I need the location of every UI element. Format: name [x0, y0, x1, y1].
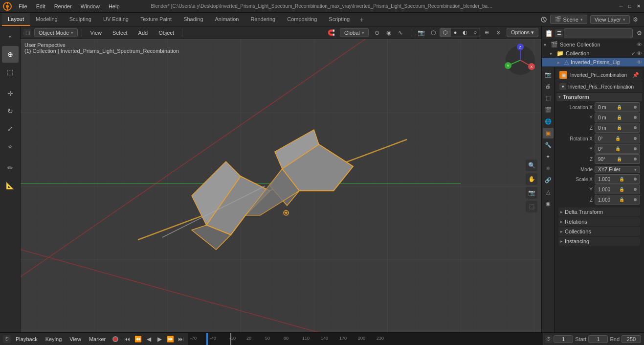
- tool-scale[interactable]: ⤢: [2, 120, 19, 137]
- tab-sculpting[interactable]: Sculpting: [64, 13, 97, 26]
- tool-measure[interactable]: 📐: [2, 177, 19, 194]
- relations-section[interactable]: ▸ Relations: [558, 217, 640, 226]
- props-data-icon[interactable]: △: [543, 186, 554, 197]
- tab-animation[interactable]: Animation: [209, 13, 245, 26]
- play-reverse-button[interactable]: ◀: [144, 334, 154, 344]
- transform-section-header[interactable]: ▾ Transform: [556, 92, 642, 101]
- props-scene-icon[interactable]: 🎬: [543, 104, 554, 115]
- tab-scripting[interactable]: Scripting: [323, 13, 355, 26]
- view-layer-selector[interactable]: View Layer ▾: [590, 15, 630, 24]
- item-eye-icon[interactable]: 👁: [637, 59, 642, 65]
- minimize-button[interactable]: ─: [618, 3, 624, 10]
- transform-selector[interactable]: Global ▾: [340, 28, 369, 37]
- filter-icon[interactable]: ⚙: [633, 16, 638, 23]
- tool-transform[interactable]: ⟡: [2, 138, 19, 155]
- ortho-view-icon[interactable]: ⬚: [526, 201, 537, 212]
- camera-view-icon[interactable]: 📷: [526, 187, 537, 199]
- tree-collection[interactable]: ▾ 📁 Collection ✓ 👁: [542, 49, 644, 58]
- outliner-filter-button[interactable]: ⚙: [634, 28, 644, 39]
- outliner-display-mode[interactable]: ☰: [555, 29, 563, 37]
- jump-start-button[interactable]: ⏮: [122, 334, 132, 344]
- location-z-field[interactable]: 0 m 🔒: [595, 123, 640, 133]
- menu-render[interactable]: Render: [50, 2, 76, 10]
- props-view-layer-icon[interactable]: ⬚: [543, 92, 554, 103]
- tree-inverted-prisms[interactable]: ▸ △ Inverted_Prisms_Lig 👁: [542, 58, 644, 67]
- record-dot[interactable]: [112, 336, 118, 342]
- start-frame-field[interactable]: 1: [588, 335, 608, 343]
- scale-y-field[interactable]: 1.000 🔒: [595, 184, 640, 194]
- overlay-icon[interactable]: ⊕: [481, 27, 492, 38]
- timeline-view-menu[interactable]: View: [67, 335, 84, 343]
- delta-transform-section[interactable]: ▸ Delta Transform: [558, 207, 640, 216]
- proportional-icon[interactable]: ◉: [383, 27, 394, 38]
- tab-modeling[interactable]: Modeling: [30, 13, 64, 26]
- tab-uv-editing[interactable]: UV Editing: [97, 13, 134, 26]
- current-frame-field[interactable]: 1: [554, 335, 573, 343]
- tool-annotate[interactable]: ✏: [2, 160, 19, 176]
- options-button[interactable]: Options ▾: [507, 28, 538, 37]
- instancing-section[interactable]: ▸ Instancing: [558, 237, 640, 246]
- material-shading[interactable]: ◐: [460, 28, 470, 37]
- zoom-in-icon[interactable]: 🔍: [526, 160, 537, 171]
- scene-selector[interactable]: 🎬 Scene ▾: [550, 15, 587, 24]
- end-frame-field[interactable]: 250: [622, 335, 641, 343]
- tool-cursor[interactable]: ⊕: [2, 46, 19, 63]
- pan-icon[interactable]: ✋: [526, 173, 537, 185]
- object-menu[interactable]: Object: [155, 29, 178, 37]
- wireframe-shading[interactable]: ⬡: [440, 28, 451, 37]
- rotation-x-field[interactable]: 0° 🔒: [595, 134, 640, 143]
- scale-z-field[interactable]: 1.000 🔒: [595, 195, 640, 205]
- props-particles-icon[interactable]: ✦: [543, 151, 554, 162]
- jump-end-button[interactable]: ⏭: [176, 334, 186, 344]
- rotation-y-field[interactable]: 0° 🔒: [595, 144, 640, 154]
- timeline-ruler[interactable]: -70 -40 -10 20 50 80 110 140 170 200 230: [188, 333, 543, 345]
- add-workspace-button[interactable]: +: [355, 13, 367, 26]
- step-back-button[interactable]: ⏪: [133, 334, 143, 344]
- scale-x-field[interactable]: 1.000 🔒: [595, 174, 640, 184]
- snap2-icon[interactable]: ∿: [395, 27, 406, 38]
- menu-edit[interactable]: Edit: [32, 2, 49, 10]
- vis-eye-icon[interactable]: 👁: [637, 42, 642, 47]
- tab-compositing[interactable]: Compositing: [281, 13, 323, 26]
- tab-texture-paint[interactable]: Texture Paint: [134, 13, 178, 26]
- pivot-icon[interactable]: ⊙: [372, 27, 382, 38]
- props-material-icon[interactable]: ◉: [543, 198, 554, 209]
- select-menu[interactable]: Select: [109, 29, 132, 37]
- step-forward-button[interactable]: ⏩: [165, 334, 175, 344]
- menu-help[interactable]: Help: [105, 2, 124, 10]
- props-render-icon[interactable]: 📷: [543, 69, 554, 80]
- location-y-field[interactable]: 0 m 🔒: [595, 113, 640, 122]
- menu-file[interactable]: File: [15, 2, 31, 10]
- props-world-icon[interactable]: 🌐: [543, 116, 554, 127]
- props-constraints-icon[interactable]: 🔗: [543, 175, 554, 185]
- menu-window[interactable]: Window: [77, 2, 104, 10]
- rotation-z-field[interactable]: 90° 🔒: [595, 154, 640, 164]
- view-menu[interactable]: View: [86, 29, 106, 37]
- marker-menu[interactable]: Marker: [86, 335, 109, 343]
- wireframe-icon[interactable]: ⬡: [428, 27, 439, 38]
- props-modifier-icon[interactable]: 🔧: [543, 139, 554, 150]
- pin-icon[interactable]: 📌: [632, 72, 639, 78]
- maximize-button[interactable]: □: [626, 3, 633, 10]
- play-button[interactable]: ▶: [155, 334, 164, 344]
- viewport-type-icon[interactable]: ⬚: [23, 29, 31, 37]
- coll-eye-icon[interactable]: 👁: [637, 50, 642, 57]
- timeline-type-icon[interactable]: ⏱: [3, 335, 11, 343]
- close-button[interactable]: ✕: [635, 3, 642, 10]
- tab-shading[interactable]: Shading: [178, 13, 209, 26]
- outliner-search[interactable]: [564, 28, 633, 38]
- playback-menu[interactable]: Playback: [13, 335, 41, 343]
- props-physics-icon[interactable]: ⚛: [543, 163, 554, 174]
- obj-data-selector[interactable]: ▾: [559, 83, 566, 90]
- record-button[interactable]: [112, 336, 118, 342]
- tool-rotate[interactable]: ↻: [2, 103, 19, 119]
- add-menu[interactable]: Add: [134, 29, 152, 37]
- viewport-canvas[interactable]: User Perspective (1) Collection | Invert…: [21, 39, 541, 332]
- tool-mode-selector[interactable]: ▾: [2, 28, 19, 45]
- collections-section[interactable]: ▸ Collections: [558, 227, 640, 236]
- navigation-gizmo[interactable]: Z X Y: [503, 43, 537, 77]
- coll-check-icon[interactable]: ✓: [631, 50, 636, 57]
- props-output-icon[interactable]: 🖨: [543, 81, 554, 92]
- gizmo-icon[interactable]: ⊗: [493, 27, 504, 38]
- location-x-field[interactable]: 0 m 🔒: [595, 102, 640, 112]
